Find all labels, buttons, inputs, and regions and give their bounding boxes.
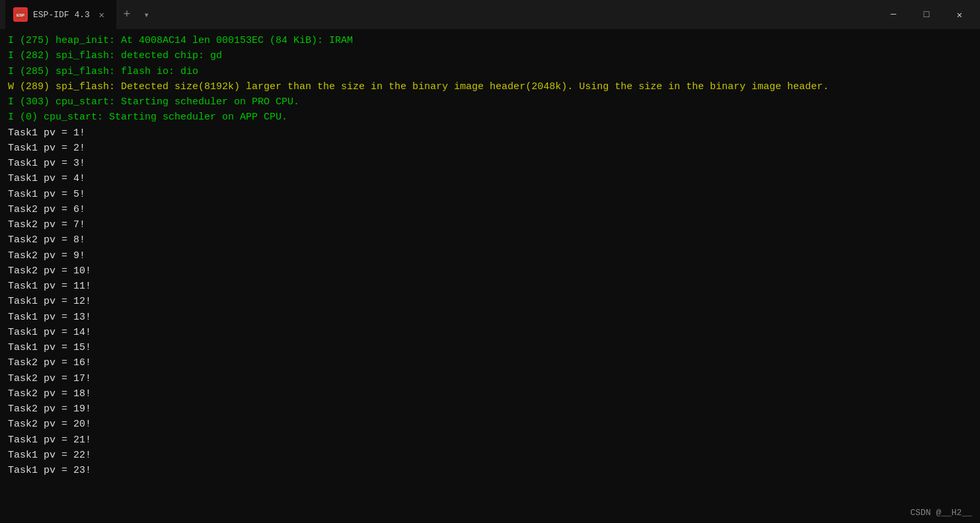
terminal-line: Task2 pv = 20! — [8, 417, 972, 432]
terminal-line: Task2 pv = 17! — [8, 371, 972, 386]
terminal-line: Task1 pv = 14! — [8, 325, 972, 340]
watermark: CSDN @__H2__ — [910, 508, 972, 518]
terminal-line: Task2 pv = 10! — [8, 263, 972, 279]
terminal-output: I (275) heap_init: At 4008AC14 len 00015… — [0, 29, 980, 523]
tab-close-button[interactable]: ✕ — [95, 8, 108, 21]
terminal-line: Task1 pv = 1! — [8, 125, 972, 141]
terminal-line: Task2 pv = 9! — [8, 248, 972, 263]
terminal-line: Task1 pv = 11! — [8, 279, 972, 294]
terminal-line: Task2 pv = 19! — [8, 401, 972, 417]
new-tab-button[interactable]: + — [116, 4, 137, 25]
tab-title: ESP-IDF 4.3 — [33, 10, 90, 20]
terminal-line: Task1 pv = 23! — [8, 463, 972, 478]
tab-area: ESP ESP-IDF 4.3 ✕ + ▾ — [5, 0, 878, 29]
terminal-line: Task1 pv = 22! — [8, 448, 972, 463]
window-controls: ─ □ ✕ — [878, 4, 975, 25]
close-button[interactable]: ✕ — [944, 4, 975, 25]
terminal-line: Task1 pv = 3! — [8, 156, 972, 171]
terminal-line: Task1 pv = 21! — [8, 433, 972, 448]
terminal-line: I (282) spi_flash: detected chip: gd — [8, 48, 972, 63]
svg-text:ESP: ESP — [17, 13, 24, 17]
maximize-button[interactable]: □ — [911, 4, 942, 25]
terminal-line: Task2 pv = 8! — [8, 232, 972, 248]
terminal-line: Task1 pv = 5! — [8, 187, 972, 202]
terminal-line: Task2 pv = 16! — [8, 355, 972, 370]
terminal-line: W (289) spi_flash: Detected size(8192k) … — [8, 79, 972, 94]
terminal-line: Task1 pv = 2! — [8, 141, 972, 156]
terminal-line: Task2 pv = 6! — [8, 202, 972, 217]
terminal-line: I (303) cpu_start: Starting scheduler on… — [8, 94, 972, 110]
minimize-button[interactable]: ─ — [878, 4, 909, 25]
active-tab[interactable]: ESP ESP-IDF 4.3 ✕ — [5, 0, 116, 29]
terminal-line: Task1 pv = 13! — [8, 310, 972, 325]
esp-idf-icon: ESP — [13, 7, 28, 22]
terminal-line: Task1 pv = 4! — [8, 171, 972, 186]
terminal-line: I (0) cpu_start: Starting scheduler on A… — [8, 110, 972, 125]
terminal-line: I (285) spi_flash: flash io: dio — [8, 64, 972, 79]
terminal-line: Task1 pv = 15! — [8, 340, 972, 355]
terminal-line: Task2 pv = 7! — [8, 217, 972, 232]
terminal-line: Task2 pv = 18! — [8, 386, 972, 401]
terminal-line: I (275) heap_init: At 4008AC14 len 00015… — [8, 33, 972, 48]
tab-dropdown-button[interactable]: ▾ — [137, 5, 156, 24]
terminal-line: Task1 pv = 12! — [8, 294, 972, 309]
titlebar: ESP ESP-IDF 4.3 ✕ + ▾ ─ □ ✕ — [0, 0, 980, 29]
